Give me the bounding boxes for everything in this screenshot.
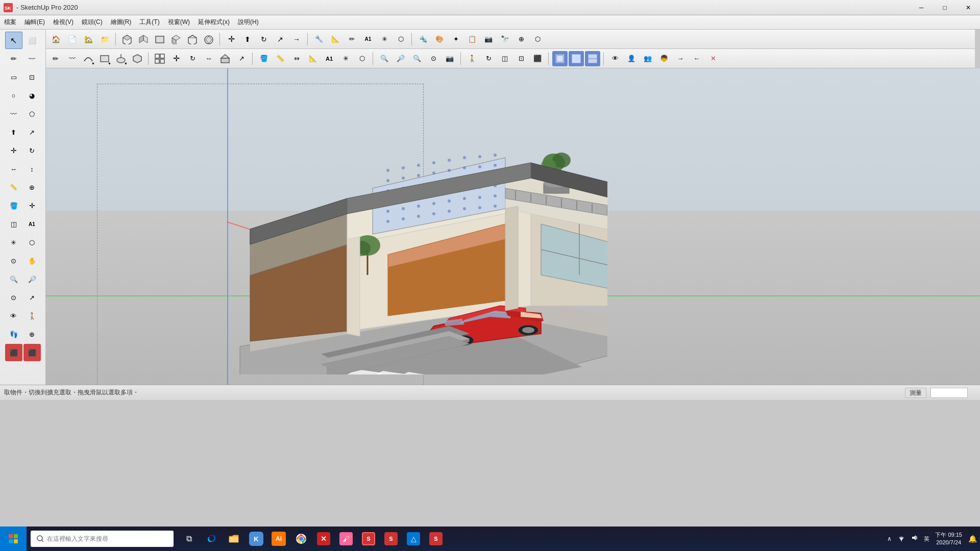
tb1-extra2[interactable]: 🔭 bbox=[497, 32, 512, 47]
circle-tool[interactable]: ○ bbox=[5, 87, 22, 104]
paint2-button[interactable]: 🪣 bbox=[256, 51, 272, 66]
extra-btn1[interactable]: 👁 bbox=[607, 51, 623, 66]
view-iso2[interactable] bbox=[136, 32, 151, 47]
circle2-button[interactable]: ▼ bbox=[113, 51, 129, 66]
polygon2-button[interactable] bbox=[130, 51, 145, 66]
push-button[interactable]: ⬆ bbox=[240, 32, 255, 47]
menu-item-help[interactable]: 說明(H) bbox=[234, 16, 263, 29]
tb1-extra3[interactable]: ⊕ bbox=[513, 32, 529, 47]
orbit4-button[interactable]: ↻ bbox=[481, 51, 496, 66]
proto-button[interactable]: 📐 bbox=[305, 51, 321, 66]
rect2-button[interactable]: ▼ bbox=[97, 51, 112, 66]
canvas-area[interactable] bbox=[46, 68, 980, 385]
extra-btn4[interactable]: 👦 bbox=[656, 51, 672, 66]
zoomwin-tool[interactable]: 🔎 bbox=[23, 270, 41, 288]
maximize-button[interactable]: □ bbox=[933, 0, 957, 15]
select-tool[interactable]: ↖ bbox=[5, 32, 22, 49]
taskbar-sketchup2[interactable]: S bbox=[380, 528, 402, 550]
taskbar-sketchup3[interactable]: S bbox=[425, 528, 447, 550]
zoomall-tool[interactable]: ⊙ bbox=[5, 289, 22, 306]
outliner-button[interactable]: 📋 bbox=[464, 32, 480, 47]
scale-tool[interactable]: ↔ bbox=[5, 160, 22, 178]
tb1-extra1[interactable]: 📷 bbox=[481, 32, 496, 47]
3d-tool[interactable]: ⬡ bbox=[23, 234, 41, 251]
menu-item-file[interactable]: 檔案 bbox=[0, 16, 20, 29]
polygon-tool[interactable]: ⬠ bbox=[23, 105, 41, 122]
menu-item-edit[interactable]: 編輯(E) bbox=[20, 16, 49, 29]
move2-button[interactable]: ✛ bbox=[168, 51, 184, 66]
text3-button[interactable]: A1 bbox=[322, 51, 337, 66]
camera-tool[interactable]: ↗ bbox=[23, 289, 41, 306]
search-input[interactable] bbox=[47, 535, 159, 542]
taskbar-edge[interactable] bbox=[200, 528, 223, 550]
measurement-value[interactable] bbox=[930, 388, 968, 398]
text-button[interactable]: A1 bbox=[360, 32, 376, 47]
walk-tool[interactable]: ✛ bbox=[23, 197, 41, 214]
eraser-button[interactable]: ✏ bbox=[344, 32, 359, 47]
taskbar-sketchup[interactable]: S bbox=[357, 528, 380, 550]
menu-item-window[interactable]: 視窗(W) bbox=[164, 16, 194, 29]
orbit-tool[interactable]: ⊙ bbox=[5, 252, 22, 269]
open-button[interactable]: 📁 bbox=[97, 32, 112, 47]
solid-tool[interactable]: ⊕ bbox=[23, 179, 41, 196]
zoom-tool[interactable]: 🔍 bbox=[5, 270, 22, 288]
push-tool[interactable]: ⬆ bbox=[5, 123, 22, 141]
zoom-button2[interactable]: → bbox=[289, 32, 304, 47]
taskbar-ai[interactable]: Ai bbox=[267, 528, 290, 550]
volume-icon[interactable] bbox=[908, 534, 921, 544]
components-button[interactable]: 🔩 bbox=[415, 32, 431, 47]
wifi-icon[interactable] bbox=[895, 534, 908, 544]
rotate-button2[interactable]: ↻ bbox=[256, 32, 272, 47]
offset-tool[interactable]: ⊡ bbox=[23, 68, 41, 86]
zoom3-button[interactable]: 🔍 bbox=[377, 51, 392, 66]
extra2-tool[interactable]: ⬛ bbox=[5, 344, 22, 361]
flip-tool[interactable]: ↕ bbox=[23, 160, 41, 178]
follow-tool[interactable]: ↗ bbox=[23, 123, 41, 141]
taskbar-chrome[interactable] bbox=[290, 528, 312, 550]
section-tool[interactable]: ◫ bbox=[5, 215, 22, 233]
walk2-tool[interactable]: 🚶 bbox=[23, 307, 41, 324]
notification-button[interactable]: 🔔 bbox=[965, 535, 980, 543]
select2-button[interactable] bbox=[152, 51, 167, 66]
rotate-tool[interactable]: ↻ bbox=[23, 142, 41, 159]
tape2-button[interactable]: 📏 bbox=[273, 51, 288, 66]
tb1-extra4[interactable]: ⬡ bbox=[530, 32, 545, 47]
lookaround-tool[interactable]: 👁 bbox=[5, 307, 22, 324]
pie-tool[interactable]: ◕ bbox=[23, 87, 41, 104]
freehand2-tool[interactable]: 〰 bbox=[5, 105, 22, 122]
search-bar[interactable] bbox=[31, 531, 174, 547]
arc-button[interactable]: ▼ bbox=[81, 51, 96, 66]
section8-button[interactable]: ⬛ bbox=[530, 51, 545, 66]
taskbar-klokki[interactable]: K bbox=[245, 528, 267, 550]
style2-button[interactable] bbox=[569, 51, 584, 66]
dim-button[interactable]: ⇔ bbox=[289, 51, 304, 66]
extra-btn7[interactable]: ✕ bbox=[705, 51, 721, 66]
extra-btn6[interactable]: ← bbox=[689, 51, 704, 66]
view-iso3[interactable] bbox=[152, 32, 167, 47]
clock[interactable]: 下午 09:15 2020/7/24 bbox=[932, 531, 965, 547]
zoomwin2-button[interactable]: 🔎 bbox=[393, 51, 408, 66]
camera4-button[interactable]: 📷 bbox=[442, 51, 457, 66]
pan-button[interactable]: ↗ bbox=[273, 32, 288, 47]
3d-scene[interactable] bbox=[46, 68, 980, 385]
style1-button[interactable] bbox=[552, 51, 568, 66]
freehand-tool[interactable]: 〰 bbox=[23, 50, 41, 67]
orbit-button[interactable]: ✛ bbox=[224, 32, 239, 47]
new-button[interactable]: 📄 bbox=[64, 32, 80, 47]
follow2-button[interactable]: ↗ bbox=[234, 51, 249, 66]
minimize-button[interactable]: ─ bbox=[910, 0, 933, 15]
3dtext-button[interactable]: ⬡ bbox=[354, 51, 370, 66]
tape-tool[interactable]: 📏 bbox=[5, 179, 22, 196]
section7-button[interactable]: ⊡ bbox=[513, 51, 529, 66]
axes-button[interactable]: ✳ bbox=[377, 32, 392, 47]
move-tool[interactable]: ✛ bbox=[5, 142, 22, 159]
language-indicator[interactable]: 英 bbox=[921, 535, 932, 543]
view-iso6[interactable] bbox=[201, 32, 216, 47]
materials-button[interactable]: 🎨 bbox=[432, 32, 447, 47]
show-hidden-button[interactable]: ∧ bbox=[884, 535, 895, 542]
hand-tool[interactable]: ✋ bbox=[23, 252, 41, 269]
rect-tool[interactable]: ▭ bbox=[5, 68, 22, 86]
freehand2-button[interactable]: 〰 bbox=[64, 51, 80, 66]
paint-tool[interactable]: 🪣 bbox=[5, 197, 22, 214]
extra3-tool[interactable]: ⬛ bbox=[23, 344, 41, 361]
